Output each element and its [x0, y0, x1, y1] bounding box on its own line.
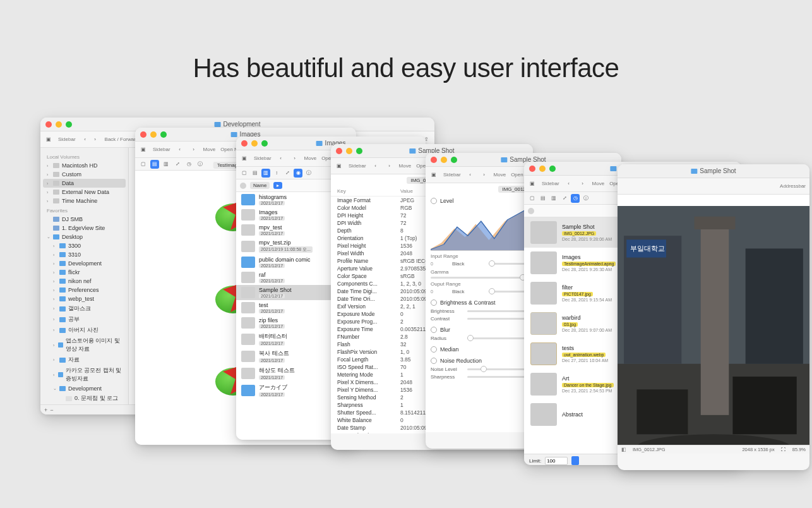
traffic-lights[interactable] [45, 121, 72, 128]
sort-apply[interactable]: ▸ [273, 182, 282, 189]
zoom-icon[interactable] [451, 157, 457, 163]
backfwd-label: Back / Forward [105, 136, 139, 142]
view-list-icon[interactable]: ▤ [150, 160, 159, 169]
expand-icon[interactable]: ⤢ [560, 194, 569, 203]
history-icon[interactable]: ◷ [571, 194, 580, 203]
sidebar-toggle[interactable]: ▣ [429, 171, 438, 179]
view-icon[interactable]: ▤ [251, 169, 260, 178]
sidebar-item[interactable]: ›카카오 공모전 캡처 및 증빙자료 [43, 365, 126, 384]
sidebar-item[interactable]: ›Data [43, 179, 126, 188]
sidebar-toggle[interactable]: ▣ [335, 162, 343, 171]
toggle-icon[interactable]: ◉ [294, 169, 302, 178]
nav-fwd[interactable]: › [189, 145, 198, 154]
limit-input[interactable] [545, 457, 568, 465]
close-sort[interactable] [528, 208, 534, 214]
section-local: Local Volumes [47, 154, 126, 160]
close-icon[interactable] [336, 148, 342, 154]
sidebar-item[interactable]: 1. EdgeView Site [43, 224, 126, 233]
move-label: Move [494, 172, 506, 178]
nav-fwd[interactable]: › [385, 162, 394, 171]
view-columns-icon[interactable]: ▥ [162, 160, 170, 169]
sidebar-item[interactable]: ›Custom [43, 170, 126, 179]
zoom-icon[interactable] [356, 148, 362, 154]
sidebar-item[interactable]: DJ SMB [43, 215, 126, 224]
sidebar-item[interactable]: ›webp_test [43, 294, 126, 303]
nav-back[interactable]: ‹ [466, 171, 475, 179]
close-icon[interactable] [241, 140, 248, 147]
sidebar-item[interactable]: ›3300 [43, 241, 126, 250]
sidebar-label: Sidebar [349, 163, 366, 169]
sidebar-item[interactable]: ⌄Development [43, 384, 126, 393]
close-icon[interactable] [529, 166, 535, 172]
status-zoom: 85.9% [792, 447, 806, 452]
minimize-icon[interactable] [150, 131, 157, 138]
sidebar-item[interactable]: ›3310 [43, 250, 126, 259]
sidebar-item[interactable]: ›External New Data [43, 188, 126, 197]
nav-fwd[interactable]: › [578, 179, 587, 188]
add-button[interactable]: + [44, 407, 47, 413]
nav-fwd[interactable]: › [290, 154, 299, 163]
zoom-icon[interactable] [66, 121, 72, 128]
minimize-icon[interactable] [441, 157, 447, 163]
minimize-icon[interactable] [539, 166, 546, 172]
sidebar-item[interactable]: ›앱스토어용 이미지 및 영상 자료 [43, 336, 126, 354]
sidebar-toggle[interactable]: ▣ [240, 154, 249, 163]
zoom-icon[interactable] [160, 131, 167, 138]
limit-stepper[interactable] [571, 456, 579, 465]
view-icon[interactable]: ▢ [240, 169, 249, 178]
sidebar-item[interactable]: ›nikon nef [43, 277, 126, 286]
sidebar-item[interactable]: ›Time Machine [43, 197, 126, 205]
view-list-icon[interactable]: ▥ [261, 169, 270, 178]
sidebar-item[interactable]: ›자료 [43, 354, 126, 365]
nav-fwd[interactable]: › [480, 171, 489, 179]
view-icon[interactable]: ▥ [549, 194, 558, 203]
zoom-icon[interactable] [549, 166, 556, 172]
expand-icon[interactable]: ⤢ [283, 169, 292, 178]
info-icon[interactable]: ⓘ [582, 194, 590, 203]
nav-back[interactable]: ‹ [564, 179, 573, 188]
expand-icon[interactable]: ⤢ [173, 160, 182, 169]
nav-back[interactable]: ‹ [277, 154, 285, 163]
addressbar-label: Addressbar [780, 183, 806, 189]
info-icon[interactable]: ⓘ [304, 169, 313, 178]
sidebar-item[interactable]: ›갤마스크 [43, 303, 126, 314]
sort-icon[interactable]: ↕ [272, 169, 281, 178]
move-label: Move [399, 163, 412, 169]
close-sort[interactable] [240, 183, 246, 189]
sort-field[interactable]: Name [250, 182, 270, 189]
clock-icon[interactable]: ◷ [184, 160, 193, 169]
minimize-icon[interactable] [56, 121, 62, 128]
nav-back[interactable]: ‹ [176, 145, 184, 154]
move-label: Move [304, 155, 317, 161]
nav-back[interactable]: ‹ [371, 162, 380, 171]
view-icon[interactable]: ▤ [539, 194, 547, 203]
move-label: Move [203, 147, 216, 152]
sidebar-item[interactable]: ›Development [43, 259, 126, 268]
sidebar-item[interactable]: ›Macintosh HD [43, 161, 126, 170]
close-icon[interactable] [431, 157, 437, 163]
minimize-icon[interactable] [346, 148, 352, 154]
sidebar-item[interactable]: ›Preferences [43, 286, 126, 294]
sidebar-item[interactable]: ⌄Desktop [43, 233, 126, 241]
remove-button[interactable]: − [50, 407, 53, 413]
close-icon[interactable] [45, 121, 52, 128]
zoom-icon[interactable]: ⛶ [781, 447, 786, 452]
sidebar-toggle[interactable]: ▣ [528, 179, 537, 188]
image-viewport[interactable]: 부일대학교 [618, 206, 809, 445]
window-title: Sample Shot [700, 167, 736, 174]
minimize-icon[interactable] [251, 140, 258, 147]
folder-icon [691, 169, 697, 174]
close-icon[interactable] [140, 131, 146, 138]
sidebar-item[interactable]: ›공부 [43, 314, 126, 325]
zoom-icon[interactable] [261, 140, 268, 147]
info-icon[interactable]: ⓘ [196, 160, 205, 169]
sidebar: Local Volumes ›Macintosh HD›Custom›Data›… [40, 148, 129, 414]
sidebar-item[interactable]: 0. 문제점 및 로그 [43, 393, 126, 404]
sidebar-toggle[interactable]: ▣ [139, 145, 148, 154]
sidebar-item[interactable]: ›아버지 사진 [43, 325, 126, 336]
view-icon[interactable]: ▢ [528, 194, 537, 203]
nav-back-forward[interactable]: ‹› [81, 135, 100, 144]
sidebar-item[interactable]: ›flickr [43, 268, 126, 277]
sidebar-toggle[interactable]: ▣ [44, 135, 53, 144]
view-grid-icon[interactable]: ▢ [139, 160, 148, 169]
